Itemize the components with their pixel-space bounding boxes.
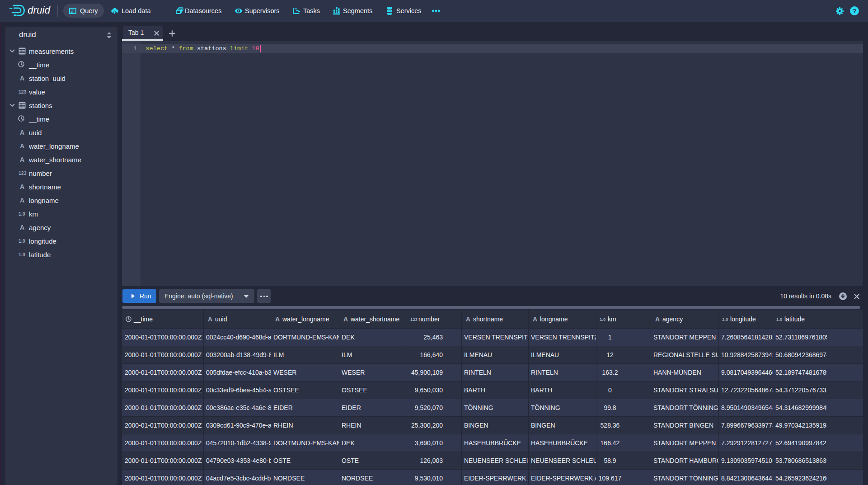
svg-text:?: ? (853, 8, 856, 14)
